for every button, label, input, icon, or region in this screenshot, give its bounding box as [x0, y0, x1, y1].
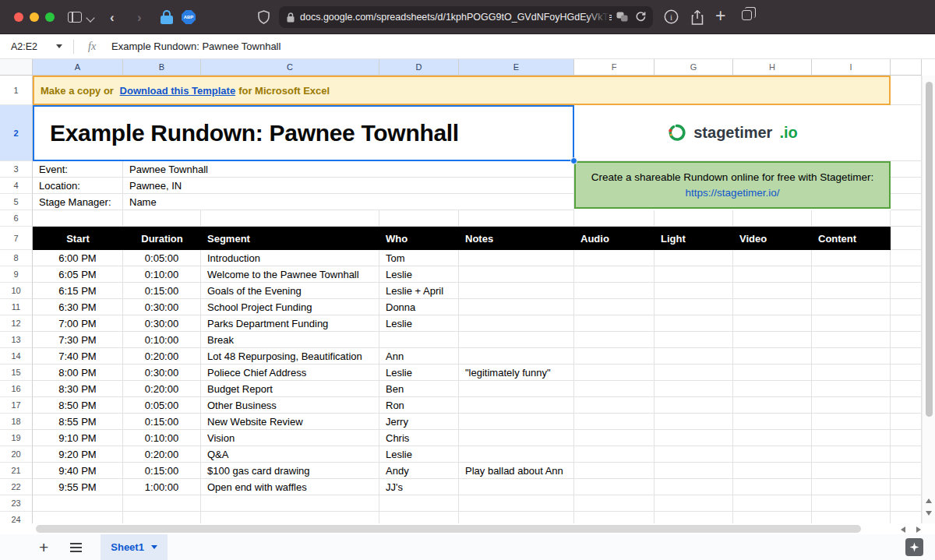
cell-B4[interactable]: Pawnee, IN	[123, 178, 574, 194]
cell-H16[interactable]	[733, 381, 812, 397]
cell-E22[interactable]	[459, 479, 574, 495]
all-sheets-icon[interactable]	[70, 543, 82, 552]
cell-F12[interactable]	[574, 315, 654, 332]
row-header-8[interactable]: 8	[0, 250, 33, 266]
cell-J8[interactable]	[891, 250, 922, 266]
row-header-19[interactable]: 19	[0, 430, 33, 446]
cell-C20[interactable]: Q&A	[201, 446, 379, 463]
cell-J21[interactable]	[891, 463, 922, 479]
column-header-G[interactable]: G	[654, 59, 733, 76]
cell-D18[interactable]: Jerry	[379, 414, 459, 430]
cell-D24[interactable]	[379, 512, 459, 523]
cell-J18[interactable]	[891, 414, 922, 430]
column-header-B[interactable]: B	[123, 59, 201, 76]
scroll-down-icon[interactable]	[926, 511, 932, 516]
column-header-A[interactable]: A	[33, 59, 123, 76]
cell-D17[interactable]: Ron	[379, 397, 459, 414]
cell-C13[interactable]: Break	[201, 332, 379, 348]
cell-G21[interactable]	[654, 463, 733, 479]
cell-C18[interactable]: New Website Review	[201, 414, 379, 430]
cell-B18[interactable]: 0:15:00	[123, 414, 201, 430]
row-header-17[interactable]: 17	[0, 397, 33, 414]
cell-D19[interactable]: Chris	[379, 430, 459, 446]
cell-H13[interactable]	[733, 332, 812, 348]
tab-sheet1[interactable]: Sheet1	[101, 534, 168, 560]
cell-E24[interactable]	[459, 512, 574, 523]
cell-J1[interactable]	[891, 76, 922, 105]
cell-H20[interactable]	[733, 446, 812, 463]
table-header-start[interactable]: Start	[33, 227, 123, 250]
cell-A10[interactable]: 6:15 PM	[33, 283, 123, 299]
horizontal-scrollbar[interactable]	[33, 523, 894, 534]
cell-C12[interactable]: Parks Department Funding	[201, 315, 379, 332]
cell-D10[interactable]: Leslie + April	[379, 283, 459, 299]
row-header-22[interactable]: 22	[0, 479, 33, 495]
cell-I23[interactable]	[812, 495, 891, 512]
cell-D23[interactable]	[379, 495, 459, 512]
cell-B19[interactable]: 0:10:00	[123, 430, 201, 446]
traffic-minimize-button[interactable]	[30, 12, 39, 22]
table-header-audio[interactable]: Audio	[574, 227, 654, 250]
cell-G6[interactable]	[654, 210, 733, 227]
cell-F19[interactable]	[574, 430, 654, 446]
cell-G10[interactable]	[654, 283, 733, 299]
cell-J9[interactable]	[891, 266, 922, 283]
sidebar-icon[interactable]	[68, 12, 82, 23]
reload-icon[interactable]	[635, 11, 646, 23]
row-header-13[interactable]: 13	[0, 332, 33, 348]
cell-I12[interactable]	[812, 315, 891, 332]
cell-D16[interactable]: Ben	[379, 381, 459, 397]
column-header-C[interactable]: C	[201, 59, 379, 76]
cell-I20[interactable]	[812, 446, 891, 463]
formula-input[interactable]: Example Rundown: Pawnee Townhall	[111, 41, 280, 52]
cell-F15[interactable]	[574, 365, 654, 381]
cell-F17[interactable]	[574, 397, 654, 414]
cell-J7[interactable]	[891, 227, 922, 250]
cell-B16[interactable]: 0:20:00	[123, 381, 201, 397]
cell-F22[interactable]	[574, 479, 654, 495]
column-header-partial[interactable]	[891, 59, 922, 76]
row-header-15[interactable]: 15	[0, 365, 33, 381]
cell-H15[interactable]	[733, 365, 812, 381]
cell-B11[interactable]: 0:30:00	[123, 299, 201, 315]
cell-G11[interactable]	[654, 299, 733, 315]
cell-F21[interactable]	[574, 463, 654, 479]
promo-link[interactable]: https://stagetimer.io/	[686, 185, 780, 201]
cell-J13[interactable]	[891, 332, 922, 348]
cell-D22[interactable]: JJ's	[379, 479, 459, 495]
cell-I19[interactable]	[812, 430, 891, 446]
cell-H24[interactable]	[733, 512, 812, 523]
cell-I21[interactable]	[812, 463, 891, 479]
cell-F16[interactable]	[574, 381, 654, 397]
cell-H10[interactable]	[733, 283, 812, 299]
cell-B12[interactable]: 0:30:00	[123, 315, 201, 332]
row-header-14[interactable]: 14	[0, 348, 33, 365]
row-header-10[interactable]: 10	[0, 283, 33, 299]
cell-F18[interactable]	[574, 414, 654, 430]
cell-J24[interactable]	[891, 512, 922, 523]
cell-B23[interactable]	[123, 495, 201, 512]
sheet-tab-dropdown-icon[interactable]	[151, 545, 157, 549]
privacy-shield-icon[interactable]	[258, 10, 270, 24]
cell-G8[interactable]	[654, 250, 733, 266]
cell-C22[interactable]: Open end with waffles	[201, 479, 379, 495]
cell-G9[interactable]	[654, 266, 733, 283]
cell-A17[interactable]: 8:50 PM	[33, 397, 123, 414]
name-box-dropdown-icon[interactable]	[56, 44, 62, 48]
cell-D9[interactable]: Leslie	[379, 266, 459, 283]
table-header-duration[interactable]: Duration	[123, 227, 201, 250]
cell-D14[interactable]: Ann	[379, 348, 459, 365]
cell-A9[interactable]: 6:05 PM	[33, 266, 123, 283]
cell-C8[interactable]: Introduction	[201, 250, 379, 266]
cell-A5[interactable]: Stage Manager:	[33, 194, 123, 210]
cell-C11[interactable]: School Project Funding	[201, 299, 379, 315]
traffic-close-button[interactable]	[14, 12, 23, 22]
tab-overview-icon[interactable]	[742, 10, 752, 20]
horizontal-scrollbar-thumb[interactable]	[36, 525, 861, 533]
cell-C15[interactable]: Poliece Chief Address	[201, 365, 379, 381]
cell-F9[interactable]	[574, 266, 654, 283]
row-header-24[interactable]: 24	[0, 512, 33, 523]
cell-D13[interactable]	[379, 332, 459, 348]
scroll-up-icon[interactable]	[926, 498, 932, 503]
row-header-11[interactable]: 11	[0, 299, 33, 315]
